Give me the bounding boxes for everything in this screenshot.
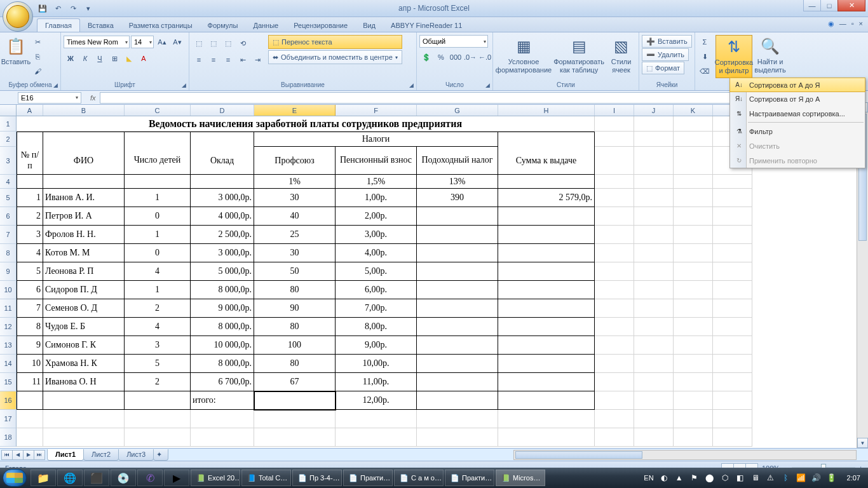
- cell[interactable]: [674, 262, 713, 281]
- cell[interactable]: [634, 207, 674, 226]
- align-mid-icon[interactable]: ⬚: [207, 36, 220, 50]
- cell[interactable]: 6,00р.: [336, 281, 417, 299]
- cell[interactable]: [125, 175, 191, 189]
- cell[interactable]: 30: [254, 244, 336, 262]
- sort-filter-button[interactable]: ⇅Сортировка и фильтр: [715, 35, 752, 78]
- cell[interactable]: 67: [254, 373, 336, 391]
- cell[interactable]: 6 700,0р.: [191, 373, 254, 391]
- cell[interactable]: 1: [17, 189, 43, 207]
- cell[interactable]: [713, 373, 752, 391]
- cell[interactable]: [634, 373, 674, 391]
- pinned-app-icon[interactable]: ▶: [164, 470, 189, 486]
- start-button[interactable]: [3, 469, 27, 487]
- cell[interactable]: [595, 299, 634, 318]
- cell[interactable]: [191, 428, 254, 447]
- minimize-ribbon-icon[interactable]: —: [839, 20, 846, 28]
- cell[interactable]: 390: [417, 189, 498, 207]
- delete-cells-button[interactable]: ➖Удалить: [642, 48, 689, 61]
- col-header[interactable]: C: [125, 105, 191, 116]
- col-header[interactable]: A: [17, 105, 43, 116]
- cell[interactable]: Подоходный налог: [417, 147, 498, 175]
- tray-vol-icon[interactable]: 🔊: [811, 473, 822, 483]
- fill-color-icon[interactable]: ◣: [122, 51, 136, 65]
- cell[interactable]: Храмова Н. К: [43, 355, 125, 373]
- inc-decimal-icon[interactable]: .0→: [463, 50, 477, 64]
- cell[interactable]: 10: [17, 355, 43, 373]
- cell[interactable]: [595, 226, 634, 244]
- cell[interactable]: [43, 391, 125, 410]
- cell[interactable]: [417, 318, 498, 336]
- cell[interactable]: 3,00р.: [336, 226, 417, 244]
- cell[interactable]: [713, 244, 752, 262]
- tray-icon[interactable]: ◧: [735, 473, 745, 483]
- row-header[interactable]: 8: [0, 244, 17, 262]
- cell[interactable]: 5: [17, 262, 43, 281]
- lang-indicator[interactable]: EN: [644, 474, 653, 482]
- taskbar-task[interactable]: 📄Практи…: [343, 470, 393, 486]
- cell[interactable]: [191, 132, 254, 147]
- cell[interactable]: 4: [125, 318, 191, 336]
- cell[interactable]: [674, 318, 713, 336]
- align-bot-icon[interactable]: ⬚: [221, 36, 235, 50]
- cell[interactable]: [634, 189, 674, 207]
- cell[interactable]: [191, 175, 254, 189]
- tray-bt-icon[interactable]: ᛒ: [781, 473, 791, 483]
- cell[interactable]: 8: [17, 318, 43, 336]
- row-header[interactable]: 5: [0, 189, 17, 207]
- cell[interactable]: [417, 244, 498, 262]
- cell[interactable]: [595, 189, 634, 207]
- bold-icon[interactable]: Ж: [64, 51, 78, 65]
- tab-abbyy[interactable]: ABBYY FineReader 11: [383, 19, 470, 32]
- pinned-viber-icon[interactable]: ✆: [137, 470, 163, 486]
- tray-icon[interactable]: ⚑: [689, 473, 700, 483]
- cell[interactable]: Налоги: [254, 132, 498, 147]
- row-header[interactable]: 18: [0, 428, 17, 447]
- cell[interactable]: [674, 189, 713, 207]
- cell[interactable]: 8 000,0р.: [191, 318, 254, 336]
- cell[interactable]: [498, 226, 595, 244]
- cell[interactable]: 7: [17, 299, 43, 318]
- cell[interactable]: 4: [125, 262, 191, 281]
- merge-center-button[interactable]: ⬌Объединить и поместить в центре▾: [268, 50, 402, 64]
- cell[interactable]: [498, 373, 595, 391]
- cell[interactable]: 9 000,0р.: [191, 299, 254, 318]
- font-size-select[interactable]: 14: [131, 36, 154, 48]
- cell[interactable]: [634, 175, 674, 189]
- taskbar-task[interactable]: 📗Micros…: [496, 470, 545, 486]
- clipboard-launcher-icon[interactable]: ◢: [51, 81, 59, 89]
- sheet-tab[interactable]: Лист2: [83, 449, 119, 461]
- autosum-icon[interactable]: Σ: [698, 35, 712, 49]
- undo-icon[interactable]: ↶: [52, 3, 64, 14]
- cell[interactable]: 3: [17, 226, 43, 244]
- help-icon[interactable]: ◉: [828, 20, 834, 28]
- underline-icon[interactable]: Ч: [93, 51, 107, 65]
- tray-icon[interactable]: ◐: [659, 473, 669, 483]
- cell[interactable]: [595, 318, 634, 336]
- comma-icon[interactable]: 000: [449, 50, 463, 64]
- cell[interactable]: 90: [254, 299, 336, 318]
- clock[interactable]: 2:07: [842, 474, 865, 482]
- cell[interactable]: [498, 336, 595, 355]
- cell[interactable]: [674, 207, 713, 226]
- cell[interactable]: [634, 262, 674, 281]
- cell[interactable]: 11,00р.: [336, 373, 417, 391]
- sheet-tab[interactable]: Лист1: [47, 449, 84, 461]
- cell[interactable]: [713, 299, 752, 318]
- cell[interactable]: итого:: [191, 391, 254, 410]
- cell[interactable]: [674, 281, 713, 299]
- cell[interactable]: 1: [125, 281, 191, 299]
- cell[interactable]: 1%: [254, 175, 336, 189]
- cell[interactable]: [595, 116, 634, 132]
- cell[interactable]: [17, 428, 43, 447]
- cell[interactable]: 8 000,0р.: [191, 355, 254, 373]
- sort-za-item[interactable]: Я↓Сортировка от Я до А: [730, 92, 865, 106]
- cell[interactable]: [674, 147, 713, 175]
- cell[interactable]: [336, 428, 417, 447]
- cell[interactable]: [498, 244, 595, 262]
- cell[interactable]: 1: [125, 189, 191, 207]
- cell[interactable]: [254, 428, 336, 447]
- format-table-button[interactable]: ▤Форматировать как таблицу: [553, 35, 605, 78]
- cell[interactable]: [595, 410, 634, 428]
- clear-icon[interactable]: ⌫: [698, 64, 712, 78]
- cell[interactable]: [674, 116, 713, 132]
